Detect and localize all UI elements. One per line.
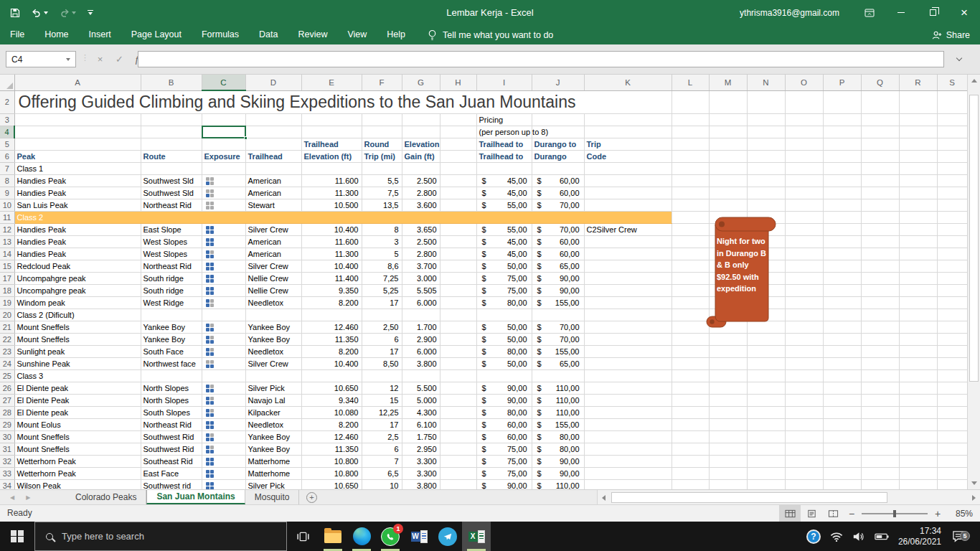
cell-M5[interactable] — [709, 138, 747, 150]
cell-F29[interactable]: 17 — [362, 418, 402, 430]
cell-I32[interactable]: $75,00 — [476, 455, 532, 467]
cell-B34[interactable]: Southwest rid — [141, 479, 202, 489]
cell-H5[interactable] — [440, 138, 476, 150]
cell-F9[interactable]: 7,5 — [362, 187, 402, 199]
redo-icon[interactable] — [60, 9, 76, 17]
cell-F15[interactable]: 8,6 — [362, 260, 402, 272]
col-header-F[interactable]: F — [362, 75, 402, 90]
cell-G22[interactable]: 2.900 — [402, 333, 440, 345]
cell-M26[interactable] — [709, 382, 747, 394]
cell-E31[interactable]: 11.350 — [301, 443, 362, 455]
cell-S15[interactable] — [937, 260, 967, 272]
cell-S27[interactable] — [937, 394, 967, 406]
cell-I31[interactable]: $75,00 — [476, 443, 532, 455]
cell-D18[interactable]: Nellie Crew — [245, 284, 301, 296]
cell-E25[interactable] — [301, 369, 362, 382]
cell-I9[interactable]: $45,00 — [476, 187, 532, 199]
cell-O26[interactable] — [785, 382, 823, 394]
col-header-O[interactable]: O — [785, 75, 823, 90]
cell-E10[interactable]: 10.500 — [301, 199, 362, 211]
help-tray-icon[interactable]: ? — [806, 529, 821, 544]
cell-R21[interactable] — [899, 321, 937, 333]
cell-B10[interactable]: Northeast Rid — [141, 199, 202, 211]
cell-P23[interactable] — [823, 345, 861, 357]
cell-F5[interactable]: Round — [362, 138, 402, 150]
cell-E23[interactable]: 8.200 — [301, 345, 362, 357]
cell-J30[interactable]: $80,00 — [532, 430, 584, 443]
cell-A14[interactable]: Handies Peak — [14, 248, 141, 260]
cell-A33[interactable]: Wetterhorn Peak — [14, 467, 141, 479]
taskbar-edge[interactable] — [347, 522, 376, 551]
cell-O10[interactable] — [785, 199, 823, 211]
cell-C31[interactable] — [202, 443, 245, 455]
cell-R24[interactable] — [899, 357, 937, 369]
cell-O23[interactable] — [785, 345, 823, 357]
cell-D34[interactable]: Silver Pick — [245, 479, 301, 489]
row-header-28[interactable]: 28 — [0, 406, 14, 418]
cell-P9[interactable] — [823, 187, 861, 199]
cell-H13[interactable] — [440, 235, 476, 248]
cell-J14[interactable]: $60,00 — [532, 248, 584, 260]
cell-J18[interactable]: $90,00 — [532, 284, 584, 296]
cell-R26[interactable] — [899, 382, 937, 394]
cell-R18[interactable] — [899, 284, 937, 296]
ribbon-tab-review[interactable]: Review — [288, 25, 337, 44]
row-header-32[interactable]: 32 — [0, 455, 14, 467]
cell-H23[interactable] — [440, 345, 476, 357]
customize-qat-icon[interactable] — [88, 10, 93, 15]
cell-M25[interactable] — [709, 369, 747, 382]
cell-J9[interactable]: $60,00 — [532, 187, 584, 199]
cell-R25[interactable] — [899, 369, 937, 382]
wifi-icon[interactable] — [830, 531, 843, 542]
cell-G25[interactable] — [402, 369, 440, 382]
col-header-D[interactable]: D — [245, 75, 301, 90]
cell-L4[interactable] — [672, 126, 709, 138]
cell-B6[interactable]: Route — [141, 150, 202, 162]
cell-P34[interactable] — [823, 479, 861, 489]
scroll-left-icon[interactable] — [598, 495, 610, 501]
cell-N30[interactable] — [747, 430, 785, 443]
cell-D24[interactable]: Silver Crew — [245, 357, 301, 369]
cell-J26[interactable]: $110,00 — [532, 382, 584, 394]
cell-H3[interactable] — [440, 113, 476, 126]
cell-K30[interactable] — [584, 430, 672, 443]
taskbar-file-explorer[interactable] — [319, 522, 347, 551]
cell-E26[interactable]: 10.650 — [301, 382, 362, 394]
cell-B13[interactable]: West Slopes — [141, 235, 202, 248]
cell-F6[interactable]: Trip (mi) — [362, 150, 402, 162]
cell-E20[interactable] — [301, 309, 362, 321]
cell-N25[interactable] — [747, 369, 785, 382]
cell-Q6[interactable] — [861, 150, 899, 162]
cell-O5[interactable] — [785, 138, 823, 150]
cell-A10[interactable]: San Luis Peak — [14, 199, 141, 211]
cell-C10[interactable] — [202, 199, 245, 211]
cell-N3[interactable] — [747, 113, 785, 126]
cell-C7[interactable] — [202, 162, 245, 174]
cell-C28[interactable] — [202, 406, 245, 418]
cell-S21[interactable] — [937, 321, 967, 333]
cell-P33[interactable] — [823, 467, 861, 479]
cell-C19[interactable] — [202, 296, 245, 309]
cell-R5[interactable] — [899, 138, 937, 150]
cell-I26[interactable]: $90,00 — [476, 382, 532, 394]
cell-O2[interactable] — [785, 90, 823, 113]
ribbon-tab-insert[interactable]: Insert — [79, 25, 121, 44]
cell-S14[interactable] — [937, 248, 967, 260]
cell-G19[interactable]: 6.000 — [402, 296, 440, 309]
cell-L5[interactable] — [672, 138, 709, 150]
col-header-I[interactable]: I — [476, 75, 532, 90]
cell-H21[interactable] — [440, 321, 476, 333]
cell-D31[interactable]: Yankee Boy — [245, 443, 301, 455]
cell-B20[interactable] — [141, 309, 202, 321]
cell-S32[interactable] — [937, 455, 967, 467]
cell-M23[interactable] — [709, 345, 747, 357]
cell-G14[interactable]: 2.800 — [402, 248, 440, 260]
cell-G23[interactable]: 6.000 — [402, 345, 440, 357]
cell-P22[interactable] — [823, 333, 861, 345]
cell-I33[interactable]: $75,00 — [476, 467, 532, 479]
cell-A24[interactable]: Sunshine Peak — [14, 357, 141, 369]
cell-D5[interactable] — [245, 138, 301, 150]
cell-J24[interactable]: $65,00 — [532, 357, 584, 369]
close-button[interactable]: × — [948, 0, 980, 25]
cell-R14[interactable] — [899, 248, 937, 260]
